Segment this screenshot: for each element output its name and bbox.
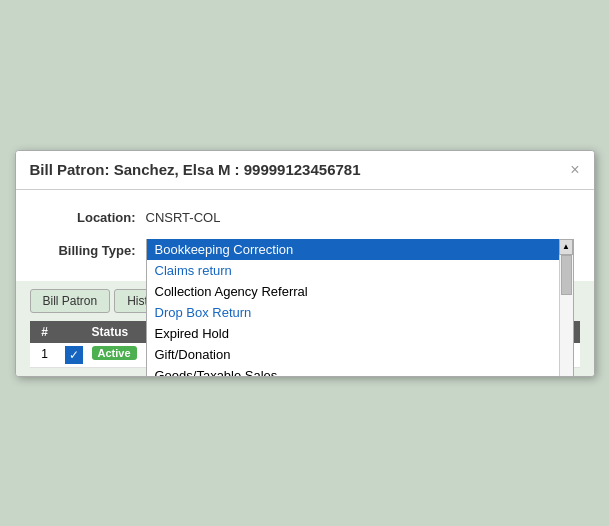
close-button[interactable]: × [570, 161, 579, 179]
dropdown-item[interactable]: Collection Agency Referral [147, 281, 559, 302]
billing-type-dropdown-list: Bookkeeping CorrectionClaims returnColle… [146, 239, 574, 377]
dropdown-item[interactable]: Drop Box Return [147, 302, 559, 323]
row-checkbox[interactable]: ✓ [65, 346, 83, 364]
dropdown-scrollbar: ▲ ▼ [559, 239, 573, 377]
location-value: CNSRT-COL [146, 206, 221, 225]
bill-patron-modal: Bill Patron: Sanchez, Elsa M : 999991234… [15, 150, 595, 377]
dropdown-items-list: Bookkeeping CorrectionClaims returnColle… [147, 239, 559, 377]
row-num: 1 [30, 343, 60, 367]
status-badge: Active [92, 346, 137, 360]
scrollbar-up-button[interactable]: ▲ [559, 239, 573, 255]
dropdown-item[interactable]: Gift/Donation [147, 344, 559, 365]
location-row: Location: CNSRT-COL [36, 206, 574, 225]
modal-header: Bill Patron: Sanchez, Elsa M : 999991234… [16, 151, 594, 190]
billing-type-dropdown-wrapper: ▼ Bookkeeping CorrectionClaims returnCol… [146, 239, 574, 267]
tab-button-bill-patron[interactable]: Bill Patron [30, 289, 111, 313]
modal-body: Location: CNSRT-COL Billing Type: ▼ Book… [16, 190, 594, 267]
col-header-num: # [30, 321, 60, 343]
row-checkbox-cell[interactable]: ✓ [60, 343, 88, 367]
dropdown-item[interactable]: Goods/Taxable Sales [147, 365, 559, 377]
dropdown-item[interactable]: Bookkeeping Correction [147, 239, 559, 260]
modal-title: Bill Patron: Sanchez, Elsa M : 999991234… [30, 161, 361, 178]
scrollbar-thumb[interactable] [561, 255, 572, 295]
location-label: Location: [36, 206, 146, 225]
dropdown-item[interactable]: Expired Hold [147, 323, 559, 344]
checkmark-icon: ✓ [69, 348, 79, 362]
billing-type-label: Billing Type: [36, 239, 146, 258]
scrollbar-track [560, 255, 573, 377]
billing-type-row: Billing Type: ▼ Bookkeeping CorrectionCl… [36, 239, 574, 267]
col-header-cb [60, 321, 88, 343]
dropdown-item[interactable]: Claims return [147, 260, 559, 281]
